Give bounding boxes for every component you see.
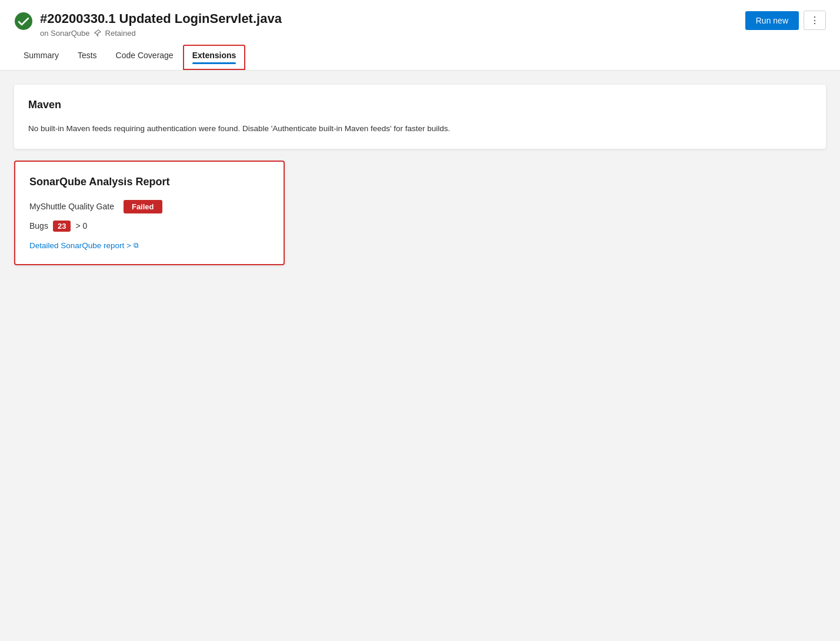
- main-content: Maven No built-in Maven feeds requiring …: [0, 71, 840, 279]
- sonarqube-report-link[interactable]: Detailed SonarQube report > ⧉: [29, 241, 269, 250]
- sonarqube-card: SonarQube Analysis Report MyShuttle Qual…: [14, 161, 285, 265]
- header-actions: Run new ⋮: [745, 11, 826, 30]
- run-new-button[interactable]: Run new: [745, 11, 799, 30]
- tab-tests[interactable]: Tests: [68, 45, 106, 70]
- title-text-group: #20200330.1 Updated LoginServlet.java on…: [40, 11, 282, 38]
- maven-card-title: Maven: [28, 99, 812, 111]
- failed-badge: Failed: [124, 200, 162, 213]
- page-header: #20200330.1 Updated LoginServlet.java on…: [0, 0, 840, 71]
- sonarqube-card-title: SonarQube Analysis Report: [29, 176, 269, 188]
- tab-code-coverage[interactable]: Code Coverage: [106, 45, 183, 70]
- maven-card: Maven No built-in Maven feeds requiring …: [14, 85, 826, 149]
- subtitle-status: Retained: [105, 29, 136, 38]
- tab-active-indicator: [192, 62, 236, 64]
- external-link-icon: ⧉: [134, 241, 139, 249]
- page-subtitle: on SonarQube Retained: [40, 29, 282, 38]
- bugs-comparator: > 0: [75, 221, 87, 231]
- quality-gate-label: MyShuttle Quality Gate: [29, 202, 114, 211]
- maven-card-body: No built-in Maven feeds requiring authen…: [28, 123, 812, 135]
- tab-extensions[interactable]: Extensions: [183, 45, 246, 70]
- success-icon: [14, 12, 33, 31]
- svg-point-0: [15, 12, 32, 30]
- tab-summary[interactable]: Summary: [14, 45, 68, 70]
- bugs-row: Bugs 23 > 0: [29, 221, 269, 232]
- bugs-count-badge: 23: [53, 221, 71, 232]
- title-section: #20200330.1 Updated LoginServlet.java on…: [14, 11, 282, 38]
- pin-icon: [94, 29, 102, 37]
- header-top: #20200330.1 Updated LoginServlet.java on…: [14, 11, 826, 38]
- quality-gate-row: MyShuttle Quality Gate Failed: [29, 200, 269, 213]
- report-link-text: Detailed SonarQube report >: [29, 241, 131, 250]
- page-title: #20200330.1 Updated LoginServlet.java: [40, 11, 282, 28]
- nav-tabs: Summary Tests Code Coverage Extensions: [14, 45, 826, 70]
- subtitle-platform: on SonarQube: [40, 29, 90, 38]
- more-button[interactable]: ⋮: [804, 11, 826, 30]
- bugs-label: Bugs: [29, 221, 48, 231]
